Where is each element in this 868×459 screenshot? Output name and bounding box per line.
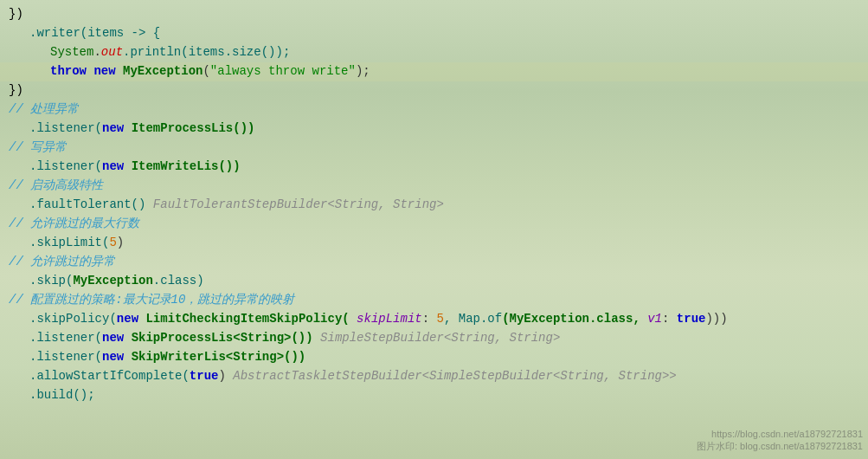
code-line-16: // 配置跳过的策略:最大记录10，跳过的异常的映射	[0, 291, 868, 310]
code-line-11: .faultTolerant() FaultTolerantStepBuilde…	[0, 196, 868, 215]
code-line-13: .skipLimit(5)	[0, 234, 868, 253]
code-line-5: })	[0, 81, 868, 100]
code-line-20: .allowStartIfComplete(true) AbstractTask…	[0, 367, 868, 386]
code-line-12: // 允许跳过的最大行数	[0, 215, 868, 234]
code-line-19: .listener(new SkipWriterLis<String>())	[0, 348, 868, 367]
code-editor: }).writer(items -> {System.out.println(i…	[0, 0, 868, 459]
code-line-2: .writer(items -> {	[0, 24, 868, 43]
code-line-3: System.out.println(items.size());	[0, 43, 868, 62]
code-line-21: .build();	[0, 386, 868, 405]
code-line-18: .listener(new SkipProcessLis<String>()) …	[0, 329, 868, 348]
code-line-9: .listener(new ItemWriteLis())	[0, 158, 868, 177]
code-line-15: .skip(MyException.class)	[0, 272, 868, 291]
code-line-4: throw new MyException("always throw writ…	[0, 62, 868, 81]
code-line-6: // 处理异常	[0, 100, 868, 120]
code-line-8: // 写异常	[0, 139, 868, 158]
code-line-1: })	[0, 5, 868, 24]
code-line-7: .listener(new ItemProcessLis())	[0, 120, 868, 139]
code-line-14: // 允许跳过的异常	[0, 253, 868, 272]
code-line-17: .skipPolicy(new LimitCheckingItemSkipPol…	[0, 310, 868, 329]
code-line-10: // 启动高级特性	[0, 177, 868, 196]
watermark-label: 图片水印: blog.csdn.net/a18792721831	[697, 439, 863, 454]
